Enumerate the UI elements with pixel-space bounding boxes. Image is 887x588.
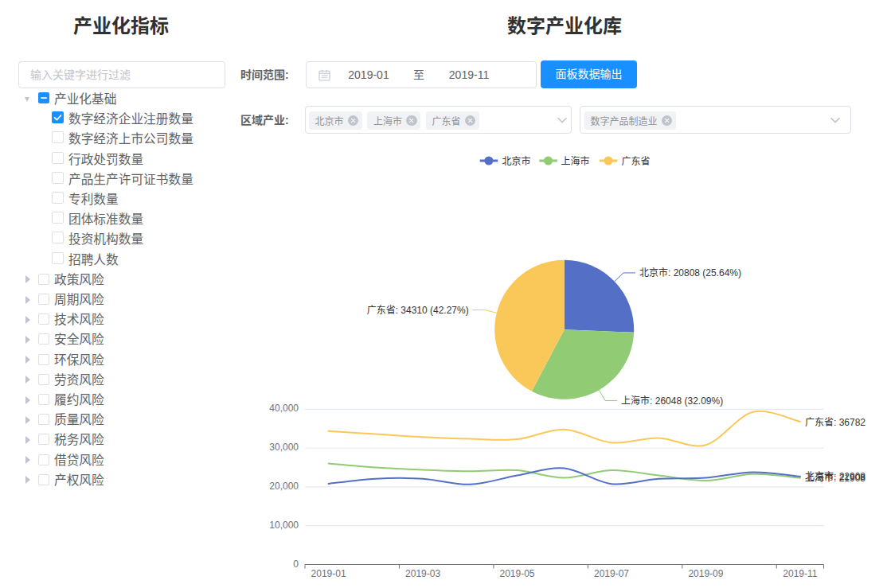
- svg-text:上海市: 上海市: [561, 155, 590, 167]
- svg-text:北京市: 20808 (25.64%): 北京市: 20808 (25.64%): [639, 267, 741, 278]
- svg-text:上海市: 26048 (32.09%): 上海市: 26048 (32.09%): [621, 395, 723, 407]
- svg-text:广东省: 34310 (42.27%): 广东省: 34310 (42.27%): [367, 305, 469, 316]
- svg-text:广东省: 36782: 广东省: 36782: [805, 417, 866, 428]
- svg-text:上海市: 21908: 上海市: 21908: [805, 472, 866, 484]
- svg-text:40,000: 40,000: [269, 403, 299, 414]
- svg-text:10,000: 10,000: [269, 520, 299, 531]
- svg-text:2019-03: 2019-03: [405, 568, 440, 579]
- svg-text:20,000: 20,000: [269, 481, 299, 492]
- svg-text:0: 0: [293, 559, 299, 570]
- svg-text:30,000: 30,000: [269, 442, 299, 453]
- svg-text:2019-11: 2019-11: [783, 568, 817, 579]
- svg-text:广东省: 广东省: [622, 156, 651, 167]
- svg-text:2019-05: 2019-05: [499, 568, 534, 579]
- svg-text:2019-09: 2019-09: [688, 568, 723, 579]
- svg-text:北京市: 北京市: [502, 155, 531, 167]
- svg-text:2019-01: 2019-01: [311, 568, 346, 579]
- svg-text:2019-07: 2019-07: [594, 568, 629, 579]
